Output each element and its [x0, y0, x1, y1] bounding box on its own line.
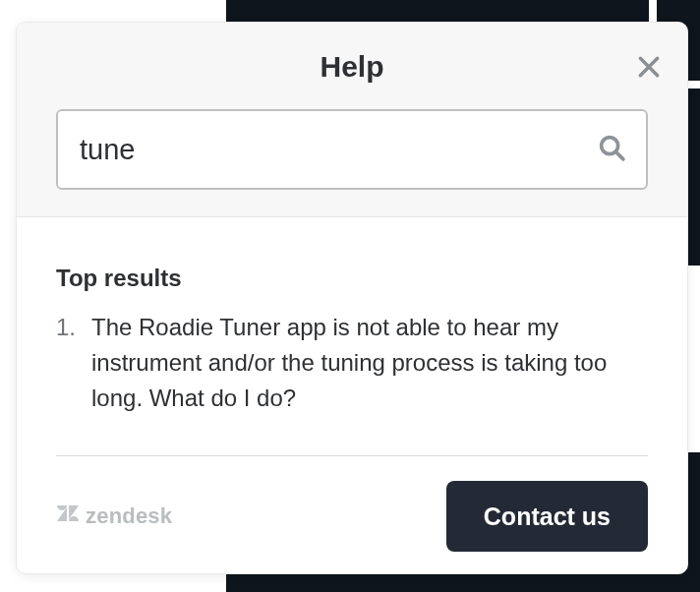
contact-us-button[interactable]: Contact us — [446, 481, 648, 552]
close-icon — [636, 54, 662, 80]
zendesk-label: zendesk — [86, 503, 172, 529]
widget-header: Help — [17, 23, 687, 217]
result-item[interactable]: 1. The Roadie Tuner app is not able to h… — [56, 310, 648, 456]
search-input[interactable] — [80, 134, 597, 166]
result-text: The Roadie Tuner app is not able to hear… — [91, 310, 648, 416]
result-number: 1. — [56, 310, 82, 416]
top-results-label: Top results — [56, 265, 648, 292]
results-list: 1. The Roadie Tuner app is not able to h… — [56, 310, 648, 456]
widget-body: Top results 1. The Roadie Tuner app is n… — [17, 217, 687, 573]
zendesk-brand[interactable]: zendesk — [56, 502, 172, 531]
widget-footer: zendesk Contact us — [56, 481, 648, 552]
search-icon — [597, 133, 626, 166]
help-widget: Help Top results 1. The Roadie Tuner app… — [16, 22, 688, 574]
close-button[interactable] — [636, 54, 662, 84]
search-field[interactable] — [56, 109, 648, 190]
zendesk-icon — [56, 502, 80, 531]
svg-line-1 — [616, 152, 623, 159]
widget-title: Help — [17, 23, 687, 84]
